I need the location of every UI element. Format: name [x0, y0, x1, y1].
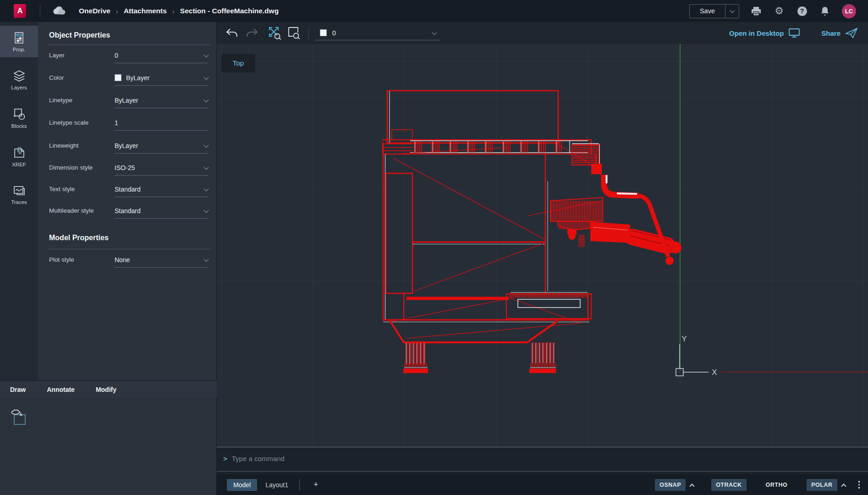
breadcrumb-filename: Section - CoffeeMachine.dwg: [180, 7, 279, 15]
osnap-expand-chevron-icon[interactable]: [689, 484, 694, 489]
onedrive-cloud-icon: [52, 6, 66, 16]
status-overflow-menu[interactable]: [858, 481, 860, 489]
sidebar-item-label: Prop.: [13, 47, 26, 52]
save-split-button: Save: [689, 4, 739, 18]
sidebar-item-label: Blocks: [11, 123, 27, 129]
view-cube-label[interactable]: Top: [221, 54, 255, 72]
divider: [47, 249, 211, 249]
zoom-extents-button[interactable]: [267, 25, 283, 41]
tab-layout1[interactable]: Layout1: [265, 481, 288, 489]
tab-model[interactable]: Model: [227, 479, 257, 491]
layers-icon: [12, 70, 26, 82]
chevron-down-icon: [203, 207, 209, 212]
settings-button[interactable]: ⚙: [773, 5, 785, 17]
linetype-scale-value: 1: [115, 119, 118, 126]
traces-icon: [13, 185, 26, 197]
sidebar-item-label: Layers: [11, 85, 27, 90]
chevron-down-icon: [203, 52, 209, 57]
sidebar-item-xref[interactable]: XREF: [0, 140, 38, 172]
multileader-style-dropdown[interactable]: Standard: [115, 203, 208, 219]
lineweight-value: ByLayer: [115, 142, 138, 149]
dimension-style-value: ISO-25: [115, 164, 135, 171]
polar-toggle[interactable]: POLAR: [807, 479, 837, 491]
color-value: ByLayer: [126, 74, 149, 82]
dimension-style-dropdown[interactable]: ISO-25: [115, 160, 208, 176]
sidebar-item-properties[interactable]: Prop.: [0, 26, 38, 57]
notifications-button[interactable]: [819, 5, 831, 17]
open-in-desktop-button[interactable]: Open in Desktop: [729, 29, 784, 37]
polar-expand-chevron-icon[interactable]: [841, 484, 846, 489]
xref-icon: [13, 146, 26, 159]
chevron-down-icon: [203, 164, 209, 169]
multileader-style-value: Standard: [115, 207, 141, 214]
breadcrumb-attachments[interactable]: Attachments: [124, 7, 167, 15]
breadcrumb-separator: ›: [172, 7, 175, 15]
ortho-toggle[interactable]: ORTHO: [761, 479, 792, 491]
tab-draw[interactable]: Draw: [10, 386, 26, 393]
text-style-dropdown[interactable]: Standard: [115, 182, 208, 197]
property-label: Multileader style: [49, 203, 94, 219]
help-button[interactable]: ?: [796, 5, 808, 17]
plot-style-value: None: [115, 256, 130, 264]
add-layout-button[interactable]: +: [311, 480, 321, 490]
chevron-down-icon: [203, 97, 209, 102]
zoom-window-button[interactable]: [286, 25, 302, 41]
command-input[interactable]: [232, 455, 859, 462]
svg-text:X: X: [712, 368, 717, 376]
layer-value: 0: [115, 52, 118, 59]
property-row-multileader-style: Multileader style Standard: [49, 203, 209, 219]
sidebar-item-traces[interactable]: Traces: [0, 179, 38, 210]
blocks-icon: [13, 108, 26, 121]
breadcrumb: OneDrive › Attachments › Section - Coffe…: [79, 7, 279, 15]
property-label: Dimension style: [49, 160, 93, 176]
ucs-icon: Y X: [673, 330, 732, 376]
undo-button[interactable]: [224, 25, 240, 41]
top-bar: A OneDrive › Attachments › Section - Cof…: [0, 0, 868, 22]
property-row-lineweight: Lineweight ByLayer: [49, 138, 209, 154]
drawing-canvas[interactable]: Top: [217, 44, 868, 447]
linetype-scale-input[interactable]: 1: [115, 115, 208, 131]
property-row-linetype: Linetype ByLayer: [49, 93, 209, 108]
chevron-down-icon: [203, 74, 209, 79]
property-label: Text style: [49, 182, 75, 197]
save-button[interactable]: Save: [690, 5, 725, 18]
property-label: Linetype scale: [49, 115, 88, 131]
current-layer-dropdown[interactable]: 0: [315, 26, 440, 40]
bell-icon: [820, 6, 830, 16]
property-label: Plot style: [49, 252, 74, 268]
user-avatar[interactable]: LC: [842, 4, 856, 18]
chevron-down-icon: [432, 29, 437, 34]
redo-button[interactable]: [244, 25, 260, 41]
tab-modify[interactable]: Modify: [96, 386, 116, 393]
color-dropdown[interactable]: ByLayer: [115, 70, 208, 86]
model-properties-heading: Model Properties: [49, 234, 109, 242]
command-line: >: [223, 452, 859, 465]
revision-cloud-tool-button[interactable]: [10, 409, 28, 428]
layer-dropdown[interactable]: 0: [115, 48, 208, 63]
chevron-down-icon: [203, 142, 209, 147]
chevron-down-icon: [203, 256, 209, 261]
sidebar-item-layers[interactable]: Layers: [0, 64, 38, 95]
plot-style-dropdown[interactable]: None: [115, 252, 208, 268]
osnap-toggle[interactable]: OSNAP: [655, 479, 686, 491]
breadcrumb-onedrive[interactable]: OneDrive: [79, 7, 110, 15]
share-button[interactable]: Share: [821, 29, 841, 37]
zoom-extents-icon: [268, 26, 282, 40]
lineweight-dropdown[interactable]: ByLayer: [115, 138, 208, 154]
divider: [308, 26, 309, 40]
otrack-toggle[interactable]: OTRACK: [711, 479, 746, 491]
print-button[interactable]: [750, 5, 762, 17]
status-bar: Model Layout1 + OSNAP OTRACK ORTHO POLAR: [217, 474, 868, 495]
tab-annotate[interactable]: Annotate: [47, 386, 75, 393]
property-row-layer: Layer 0: [49, 48, 209, 63]
text-style-value: Standard: [115, 186, 141, 193]
divider: [299, 479, 300, 491]
autocad-logo-icon[interactable]: A: [14, 4, 26, 18]
chevron-down-icon: [203, 186, 209, 191]
command-prompt-icon: >: [223, 455, 227, 462]
linetype-dropdown[interactable]: ByLayer: [115, 93, 208, 108]
revision-cloud-icon: [10, 409, 28, 426]
property-row-linetype-scale: Linetype scale 1: [49, 115, 209, 131]
sidebar-item-blocks[interactable]: Blocks: [0, 102, 38, 134]
save-dropdown-button[interactable]: [725, 5, 739, 18]
